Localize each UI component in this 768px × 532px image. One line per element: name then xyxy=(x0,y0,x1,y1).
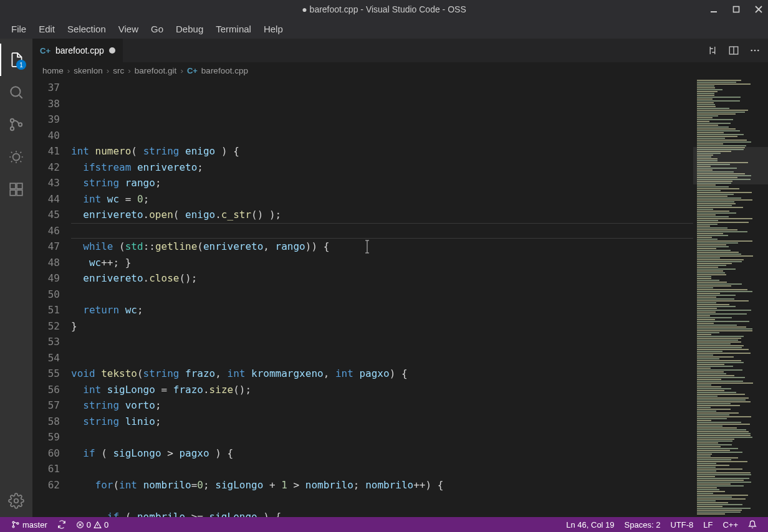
breadcrumbs[interactable]: home › skenlon › src › barefoot.git › C+… xyxy=(32,62,768,78)
status-encoding[interactable]: UTF-8 xyxy=(665,520,698,530)
svg-point-18 xyxy=(17,523,19,525)
status-indentation[interactable]: Spaces: 2 xyxy=(620,520,666,530)
window-titlebar: ● barefoot.cpp - Visual Studio Code - OS… xyxy=(0,0,768,19)
breadcrumb-segment[interactable]: skenlon xyxy=(74,66,103,75)
svg-point-6 xyxy=(13,154,20,161)
breadcrumb-segment[interactable]: src xyxy=(113,66,124,75)
svg-point-13 xyxy=(751,50,752,52)
status-feedback-icon[interactable] xyxy=(743,520,762,530)
activity-extensions-icon[interactable] xyxy=(0,173,32,206)
chevron-right-icon: › xyxy=(107,66,110,75)
workbench: 1 C+ barefoot.cpp xyxy=(0,39,768,517)
window-maximize-icon[interactable] xyxy=(732,5,741,14)
svg-point-15 xyxy=(757,50,759,52)
svg-rect-8 xyxy=(10,190,16,196)
status-cursor-position[interactable]: Ln 46, Col 19 xyxy=(561,520,619,530)
explorer-badge: 1 xyxy=(16,60,26,70)
editor-split: 3738394041424344454647484950515253545556… xyxy=(32,78,768,517)
menu-debug[interactable]: Debug xyxy=(170,21,209,37)
tab-bar: C+ barefoot.cpp xyxy=(32,39,768,62)
cpp-file-icon: C+ xyxy=(40,46,50,55)
status-language[interactable]: C++ xyxy=(718,520,743,530)
menu-terminal[interactable]: Terminal xyxy=(209,21,257,37)
status-branch[interactable]: master xyxy=(6,520,52,530)
menu-edit[interactable]: Edit xyxy=(32,21,61,37)
line-number-gutter: 3738394041424344454647484950515253545556… xyxy=(32,78,71,517)
svg-point-16 xyxy=(12,521,14,523)
chevron-right-icon: › xyxy=(67,66,70,75)
text-cursor-icon xyxy=(364,208,442,285)
svg-rect-0 xyxy=(711,11,717,12)
menu-help[interactable]: Help xyxy=(257,21,289,37)
warning-count: 0 xyxy=(104,520,108,530)
svg-point-11 xyxy=(14,499,19,503)
svg-point-4 xyxy=(11,127,14,130)
svg-point-17 xyxy=(12,526,14,528)
activity-explorer-icon[interactable]: 1 xyxy=(0,44,32,76)
menu-go[interactable]: Go xyxy=(145,21,170,37)
error-count: 0 xyxy=(87,520,91,530)
status-eol[interactable]: LF xyxy=(698,520,718,530)
activity-source-control-icon[interactable] xyxy=(0,108,32,141)
dirty-indicator-icon xyxy=(109,47,115,54)
activitybar: 1 xyxy=(0,39,32,517)
minimap-viewport[interactable] xyxy=(693,147,768,184)
window-minimize-icon[interactable] xyxy=(709,5,718,14)
tab-label: barefoot.cpp xyxy=(55,45,104,55)
status-problems[interactable]: 0 0 xyxy=(71,520,113,530)
window-close-icon[interactable] xyxy=(754,5,763,14)
statusbar: master 0 0 Ln 46, Col 19 Spaces: 2 UTF-8… xyxy=(0,517,768,532)
svg-point-3 xyxy=(11,119,14,122)
chevron-right-icon: › xyxy=(128,66,131,75)
tab-barefoot-cpp[interactable]: C+ barefoot.cpp xyxy=(32,39,123,62)
branch-name: master xyxy=(22,520,47,530)
menu-selection[interactable]: Selection xyxy=(61,21,112,37)
breadcrumb-segment[interactable]: barefoot.git xyxy=(135,66,177,75)
compare-changes-icon[interactable] xyxy=(707,45,718,56)
svg-rect-1 xyxy=(734,7,739,12)
svg-rect-7 xyxy=(10,183,16,189)
editor-area: C+ barefoot.cpp home › skenlon › s xyxy=(32,39,768,517)
code-content[interactable]: int numero( string enigo ) { ifstream en… xyxy=(71,78,693,517)
menu-view[interactable]: View xyxy=(112,21,145,37)
activity-search-icon[interactable] xyxy=(0,76,32,108)
code-editor[interactable]: 3738394041424344454647484950515253545556… xyxy=(32,78,693,517)
svg-point-14 xyxy=(754,50,756,52)
cpp-file-icon: C+ xyxy=(187,66,198,75)
minimap[interactable] xyxy=(693,78,768,517)
split-editor-icon[interactable] xyxy=(728,45,739,56)
breadcrumb-segment[interactable]: home xyxy=(42,66,64,75)
svg-point-5 xyxy=(19,123,22,126)
activity-settings-icon[interactable] xyxy=(0,485,32,517)
more-actions-icon[interactable] xyxy=(749,45,761,56)
breadcrumb-segment[interactable]: barefoot.cpp xyxy=(201,66,248,75)
menu-file[interactable]: File xyxy=(5,21,32,37)
svg-point-2 xyxy=(11,87,20,96)
svg-rect-10 xyxy=(17,183,22,189)
svg-rect-9 xyxy=(17,190,22,196)
chevron-right-icon: › xyxy=(180,66,183,75)
status-sync[interactable] xyxy=(52,520,71,529)
menubar: File Edit Selection View Go Debug Termin… xyxy=(0,19,768,39)
activity-debug-icon[interactable] xyxy=(0,141,32,173)
window-title: ● barefoot.cpp - Visual Studio Code - OS… xyxy=(302,4,466,14)
